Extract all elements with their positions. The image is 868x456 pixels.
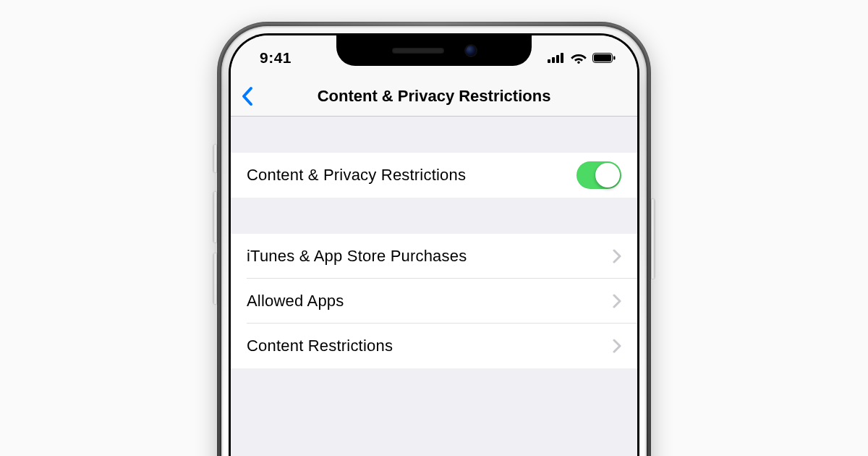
allowed-apps-row[interactable]: Allowed Apps (231, 279, 637, 324)
chevron-right-icon (613, 294, 621, 308)
earpiece-speaker (392, 48, 444, 54)
notch (336, 35, 532, 66)
cell-label: Allowed Apps (247, 292, 344, 311)
toggle-group: Content & Privacy Restrictions (231, 153, 637, 198)
svg-point-4 (577, 62, 579, 64)
svg-rect-7 (613, 56, 616, 60)
section-gap (231, 198, 637, 234)
content-privacy-toggle-row[interactable]: Content & Privacy Restrictions (231, 153, 637, 198)
cell-label: Content Restrictions (247, 337, 393, 355)
battery-icon (592, 53, 616, 63)
nav-bar: Content & Privacy Restrictions (231, 76, 637, 117)
volume-down-button (213, 253, 217, 304)
front-camera (466, 46, 476, 56)
back-button[interactable] (241, 86, 254, 106)
svg-rect-1 (552, 57, 555, 63)
volume-up-button (213, 192, 217, 242)
wifi-icon (571, 52, 587, 64)
itunes-appstore-purchases-row[interactable]: iTunes & App Store Purchases (231, 234, 637, 279)
svg-rect-6 (594, 54, 611, 62)
chevron-right-icon (613, 249, 621, 263)
chevron-right-icon (613, 339, 621, 353)
content-privacy-switch[interactable] (576, 161, 621, 189)
cell-label: iTunes & App Store Purchases (247, 247, 467, 266)
device-frame: 9:41 (217, 22, 651, 456)
svg-rect-2 (556, 55, 559, 63)
chevron-left-icon (241, 86, 254, 106)
settings-group: iTunes & App Store Purchases Allowed App… (231, 234, 637, 368)
cellular-signal-icon (548, 53, 565, 63)
screen: 9:41 (231, 35, 637, 456)
svg-rect-3 (561, 53, 563, 63)
nav-title: Content & Privacy Restrictions (231, 87, 637, 106)
status-time: 9:41 (260, 49, 292, 67)
svg-rect-0 (548, 59, 550, 63)
toggle-label: Content & Privacy Restrictions (247, 166, 466, 185)
status-indicators (548, 52, 616, 64)
section-gap (231, 117, 637, 153)
side-button (651, 199, 655, 279)
mute-switch (213, 145, 217, 172)
content-restrictions-row[interactable]: Content Restrictions (231, 324, 637, 368)
